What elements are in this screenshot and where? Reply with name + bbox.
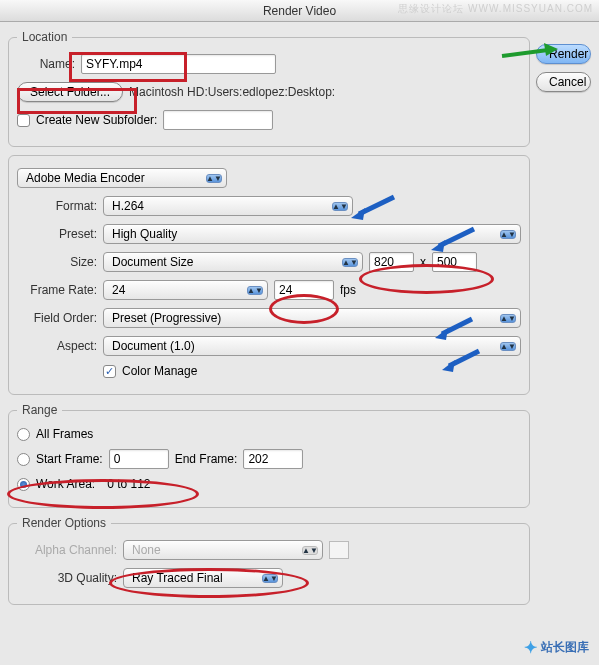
select-folder-button[interactable]: Select Folder... — [17, 82, 123, 102]
render-options-legend: Render Options — [17, 516, 111, 530]
logo-icon: ✦ — [524, 638, 537, 657]
allframes-label: All Frames — [36, 427, 93, 441]
name-input[interactable] — [81, 54, 276, 74]
height-input[interactable] — [432, 252, 477, 272]
cancel-button[interactable]: Cancel — [536, 72, 591, 92]
range-legend: Range — [17, 403, 62, 417]
times-x: x — [420, 255, 426, 269]
framerate-mode-select[interactable]: 24 ▲▼ — [103, 280, 268, 300]
updown-icon: ▲▼ — [332, 202, 348, 211]
updown-icon: ▲▼ — [262, 574, 278, 583]
updown-icon: ▲▼ — [302, 546, 318, 555]
watermark-top: 思缘设计论坛 WWW.MISSYUAN.COM — [398, 2, 593, 16]
updown-icon: ▲▼ — [500, 230, 516, 239]
updown-icon: ▲▼ — [342, 258, 358, 267]
width-input[interactable] — [369, 252, 414, 272]
location-group: Location Name: Select Folder... Macintos… — [8, 30, 530, 147]
framerate-input[interactable] — [274, 280, 334, 300]
workarea-label: Work Area: — [36, 477, 95, 491]
name-label: Name: — [17, 57, 75, 71]
color-manage-label: Color Manage — [122, 364, 197, 378]
window-title: Render Video — [263, 4, 336, 18]
endframe-label: End Frame: — [175, 452, 238, 466]
format-label: Format: — [17, 199, 97, 213]
allframes-radio[interactable] — [17, 428, 30, 441]
alpha-swatch — [329, 541, 349, 559]
aspect-label: Aspect: — [17, 339, 97, 353]
fieldorder-select[interactable]: Preset (Progressive) ▲▼ — [103, 308, 521, 328]
updown-icon: ▲▼ — [206, 174, 222, 183]
fieldorder-label: Field Order: — [17, 311, 97, 325]
workarea-radio[interactable] — [17, 478, 30, 491]
3d-quality-label: 3D Quality: — [17, 571, 117, 585]
create-subfolder-checkbox[interactable] — [17, 114, 30, 127]
render-options-group: Render Options Alpha Channel: None ▲▼ 3D… — [8, 516, 530, 605]
encoder-group: Adobe Media Encoder ▲▼ Format: H.264 ▲▼ … — [8, 155, 530, 395]
startframe-radio[interactable] — [17, 453, 30, 466]
3d-quality-select[interactable]: Ray Traced Final ▲▼ — [123, 568, 283, 588]
aspect-select[interactable]: Document (1.0) ▲▼ — [103, 336, 521, 356]
range-group: Range All Frames Start Frame: End Frame:… — [8, 403, 530, 508]
fps-label: fps — [340, 283, 356, 297]
watermark-bottom: ✦ 站长图库 — [524, 638, 589, 657]
alpha-channel-select: None ▲▼ — [123, 540, 323, 560]
framerate-label: Frame Rate: — [17, 283, 97, 297]
format-select[interactable]: H.264 ▲▼ — [103, 196, 353, 216]
folder-path: Macintosh HD:Users:edlopez:Desktop: — [129, 85, 335, 99]
updown-icon: ▲▼ — [500, 314, 516, 323]
color-manage-checkbox[interactable]: ✓ — [103, 365, 116, 378]
size-label: Size: — [17, 255, 97, 269]
startframe-input[interactable] — [109, 449, 169, 469]
preset-label: Preset: — [17, 227, 97, 241]
location-legend: Location — [17, 30, 72, 44]
startframe-label: Start Frame: — [36, 452, 103, 466]
preset-select[interactable]: High Quality ▲▼ — [103, 224, 521, 244]
workarea-text: 0 to 112 — [107, 477, 150, 491]
create-subfolder-label: Create New Subfolder: — [36, 113, 157, 127]
subfolder-input[interactable] — [163, 110, 273, 130]
render-button[interactable]: Render — [536, 44, 591, 64]
endframe-input[interactable] — [243, 449, 303, 469]
updown-icon: ▲▼ — [247, 286, 263, 295]
encoder-select[interactable]: Adobe Media Encoder ▲▼ — [17, 168, 227, 188]
updown-icon: ▲▼ — [500, 342, 516, 351]
alpha-channel-label: Alpha Channel: — [17, 543, 117, 557]
size-mode-select[interactable]: Document Size ▲▼ — [103, 252, 363, 272]
